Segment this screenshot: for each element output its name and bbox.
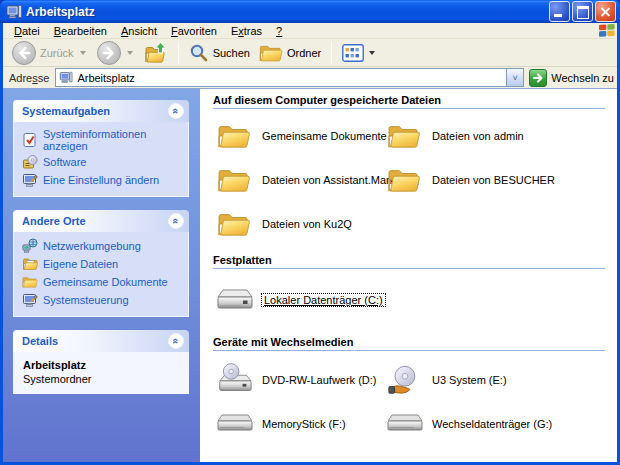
- forward-button[interactable]: [94, 40, 138, 66]
- go-label: Wechseln zu: [551, 72, 614, 84]
- go-button[interactable]: [529, 69, 547, 87]
- removable-drive-icon: [384, 412, 424, 436]
- folders-icon: [259, 43, 283, 63]
- search-button[interactable]: Suchen: [186, 42, 253, 64]
- minimize-button[interactable]: [549, 1, 570, 22]
- menu-datei[interactable]: Datei: [7, 24, 47, 38]
- views-button[interactable]: [339, 42, 380, 64]
- window: Arbeitsplatz Datei Bearbeiten Ansicht Fa…: [0, 0, 620, 465]
- panel-title: Andere Orte: [22, 215, 86, 227]
- control-panel-icon: [22, 292, 38, 308]
- titlebar[interactable]: Arbeitsplatz: [0, 0, 620, 23]
- panel-systemaufgaben: Systemaufgaben « Systeminformationen anz…: [13, 100, 189, 197]
- menubar: Datei Bearbeiten Ansicht Favoriten Extra…: [3, 23, 617, 39]
- back-button[interactable]: Zurück: [9, 40, 91, 66]
- folder-icon: [217, 166, 251, 194]
- drive-item-d[interactable]: DVD-RW-Laufwerk (D:): [213, 359, 383, 401]
- system-info-icon: [22, 132, 38, 148]
- control-panel-icon: [22, 172, 38, 188]
- sidebar-item-systeminformationen[interactable]: Systeminformationen anzeigen: [22, 128, 184, 152]
- windows-logo-icon: [598, 23, 616, 38]
- file-list: Auf diesem Computer gespeicherte Dateien…: [200, 89, 617, 462]
- panel-details: Details « Arbeitsplatz Systemordner: [13, 330, 189, 394]
- my-documents-icon: [22, 256, 38, 272]
- file-item-dateien-von-besucher[interactable]: Dateien von BESUCHER: [383, 161, 609, 199]
- folders-label: Ordner: [287, 47, 321, 59]
- file-item-dateien-von-admin[interactable]: Dateien von admin: [383, 117, 609, 155]
- addressbar: Adresse Arbeitsplatz ˅ Wechseln zu: [3, 67, 617, 89]
- group-title-wechselmedien: Geräte mit Wechselmedien: [213, 333, 605, 351]
- up-icon: [144, 41, 168, 65]
- drive-item-e[interactable]: U3 System (E:): [383, 359, 609, 401]
- details-name: Arbeitsplatz: [23, 359, 182, 371]
- file-item-dateien-von-ku2q[interactable]: Dateien von Ku2Q: [213, 205, 383, 243]
- address-value: Arbeitsplatz: [77, 72, 506, 84]
- file-item-gemeinsame-dokumente[interactable]: Gemeinsame Dokumente: [213, 117, 383, 155]
- collapse-chevron-icon[interactable]: «: [168, 333, 184, 349]
- address-label: Adresse: [9, 72, 49, 84]
- address-dropdown-button[interactable]: ˅: [506, 69, 523, 86]
- folders-button[interactable]: Ordner: [256, 42, 324, 64]
- file-item-dateien-von-assistant-marketing[interactable]: Dateien von Assistant.Marketing: [213, 161, 383, 199]
- group-title-gespeicherte-dateien: Auf diesem Computer gespeicherte Dateien: [213, 91, 605, 109]
- u3-cd-icon: [387, 363, 421, 397]
- my-computer-icon: [59, 71, 73, 84]
- collapse-chevron-icon[interactable]: «: [168, 213, 184, 229]
- sidebar-item-netzwerkumgebung[interactable]: Netzwerkumgebung: [22, 238, 184, 254]
- details-type: Systemordner: [23, 373, 182, 385]
- address-combobox[interactable]: Arbeitsplatz ˅: [55, 68, 524, 87]
- my-computer-icon: [6, 4, 22, 20]
- maximize-button[interactable]: [572, 1, 593, 22]
- toolbar-separator: [331, 42, 332, 64]
- removable-drive-icon: [214, 412, 254, 436]
- folder-icon: [387, 122, 421, 150]
- group-title-festplatten: Festplatten: [213, 251, 605, 269]
- shared-documents-icon: [22, 274, 38, 290]
- drive-item-g[interactable]: Wechseldatenträger (G:): [383, 405, 609, 443]
- search-label: Suchen: [213, 47, 250, 59]
- window-title: Arbeitsplatz: [26, 5, 549, 19]
- up-button[interactable]: [141, 40, 171, 66]
- folder-icon: [217, 122, 251, 150]
- network-places-icon: [22, 238, 38, 254]
- views-dropdown-icon: [369, 51, 375, 55]
- close-button[interactable]: [595, 1, 616, 22]
- drive-item-c[interactable]: Lokaler Datenträger (C:): [213, 281, 383, 319]
- panel-header-details[interactable]: Details «: [13, 330, 189, 352]
- search-icon: [189, 43, 209, 63]
- folder-icon: [217, 210, 251, 238]
- task-pane: Systemaufgaben « Systeminformationen anz…: [3, 89, 200, 462]
- sidebar-item-gemeinsame-dokumente[interactable]: Gemeinsame Dokumente: [22, 274, 184, 290]
- views-icon: [342, 44, 364, 62]
- hard-drive-icon: [214, 286, 254, 314]
- toolbar-separator: [178, 42, 179, 64]
- forward-icon: [97, 41, 121, 65]
- toolbar: Zurück Suchen Ordner: [3, 39, 617, 67]
- sidebar-item-eigene-dateien[interactable]: Eigene Dateien: [22, 256, 184, 272]
- sidebar-item-einstellung-aendern[interactable]: Eine Einstellung ändern: [22, 172, 184, 188]
- panel-header-andere-orte[interactable]: Andere Orte «: [13, 210, 189, 232]
- panel-title: Details: [22, 335, 58, 347]
- menu-favoriten[interactable]: Favoriten: [164, 24, 224, 38]
- chevron-down-icon: ˅: [513, 73, 518, 83]
- back-icon: [12, 41, 36, 65]
- go-icon: [531, 71, 545, 85]
- panel-title: Systemaufgaben: [22, 105, 110, 117]
- menu-extras[interactable]: Extras: [224, 24, 269, 38]
- menu-ansicht[interactable]: Ansicht: [114, 24, 164, 38]
- forward-dropdown-icon: [127, 51, 133, 55]
- panel-header-systemaufgaben[interactable]: Systemaufgaben «: [13, 100, 189, 122]
- sidebar-item-software[interactable]: Software: [22, 154, 184, 170]
- folder-icon: [387, 166, 421, 194]
- panel-andere-orte: Andere Orte « Netzwerkumgebung Eigene Da…: [13, 210, 189, 317]
- menu-bearbeiten[interactable]: Bearbeiten: [47, 24, 114, 38]
- menu-hilfe[interactable]: ?: [269, 24, 289, 38]
- sidebar-item-systemsteuerung[interactable]: Systemsteuerung: [22, 292, 184, 308]
- back-label: Zurück: [40, 47, 74, 59]
- collapse-chevron-icon[interactable]: «: [168, 103, 184, 119]
- software-icon: [22, 154, 38, 170]
- back-dropdown-icon: [80, 51, 86, 55]
- drive-item-f[interactable]: MemoryStick (F:): [213, 405, 383, 443]
- dvd-drive-icon: [215, 362, 253, 398]
